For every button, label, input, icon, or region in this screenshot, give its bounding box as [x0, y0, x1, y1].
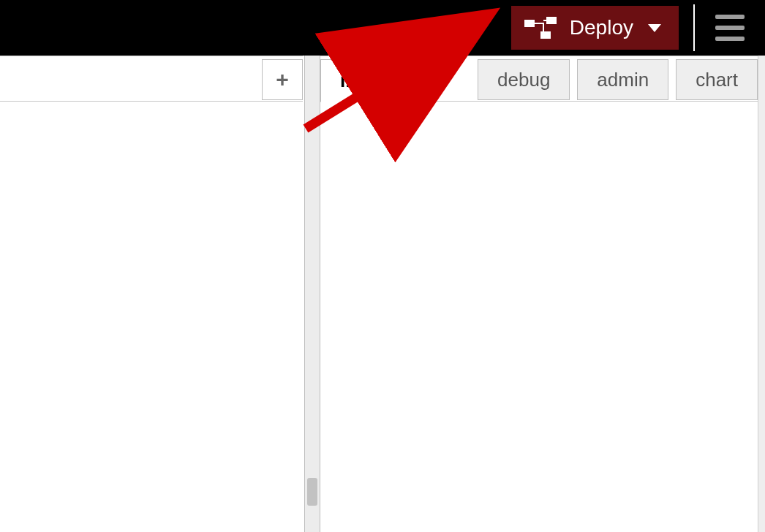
tab-info[interactable]: info: [320, 59, 395, 102]
add-tab-button[interactable]: +: [262, 59, 303, 100]
header-bar: Deploy: [0, 0, 765, 56]
deploy-icon: [524, 17, 558, 39]
tab-label: admin: [597, 69, 649, 91]
right-edge-gutter: [758, 56, 765, 532]
plus-icon: +: [276, 69, 289, 91]
tab-debug[interactable]: debug: [478, 59, 570, 100]
right-tab-bar: info debug admin chart: [320, 56, 765, 102]
tab-label: info: [340, 69, 375, 92]
svg-rect-1: [546, 17, 557, 24]
svg-rect-0: [524, 20, 535, 27]
tab-admin[interactable]: admin: [577, 59, 668, 100]
tab-label: chart: [696, 69, 738, 91]
vertical-scrollbar[interactable]: [304, 56, 320, 532]
workspace: + info debug admin chart: [0, 56, 765, 532]
left-tab-bar: +: [0, 56, 303, 102]
deploy-button[interactable]: Deploy: [511, 6, 679, 50]
tab-chart[interactable]: chart: [676, 59, 758, 100]
tab-label: debug: [497, 69, 550, 91]
menu-button[interactable]: [695, 0, 765, 56]
left-pane: +: [0, 56, 303, 532]
right-pane: info debug admin chart: [320, 56, 765, 532]
chevron-down-icon: [648, 24, 661, 32]
deploy-label: Deploy: [570, 16, 633, 39]
scrollbar-thumb[interactable]: [307, 478, 317, 506]
